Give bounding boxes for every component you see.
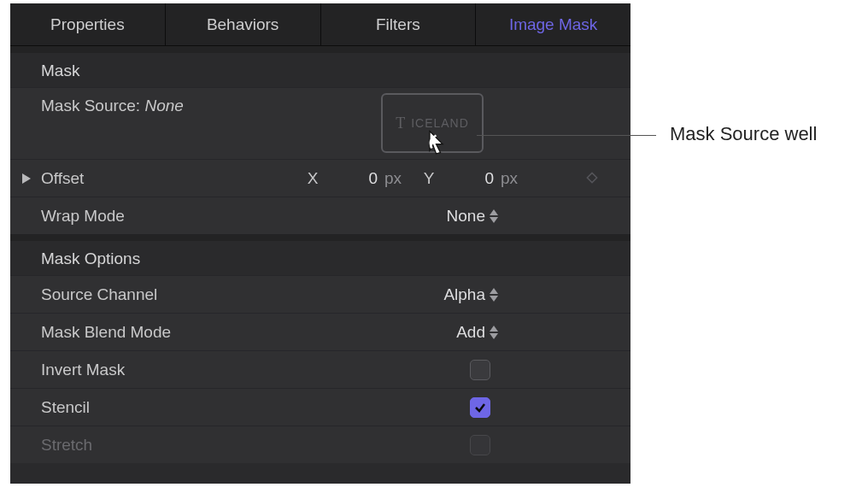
tab-bar: Properties Behaviors Filters Image Mask <box>10 3 630 46</box>
stepper-icon[interactable] <box>489 288 504 302</box>
offset-y-field[interactable]: 0 <box>444 169 497 188</box>
tab-label: Properties <box>50 15 125 34</box>
disclosure-triangle-icon[interactable] <box>22 169 31 188</box>
svg-marker-5 <box>490 296 498 302</box>
stepper-icon[interactable] <box>489 326 504 339</box>
tab-behaviors[interactable]: Behaviors <box>166 3 321 45</box>
inspector-panel: Properties Behaviors Filters Image Mask … <box>10 3 630 484</box>
offset-label: Offset <box>41 169 84 188</box>
stencil-row: Stencil <box>10 388 630 426</box>
tab-filters[interactable]: Filters <box>321 3 477 45</box>
text-icon: T <box>396 114 406 132</box>
stretch-row: Stretch <box>10 426 630 463</box>
mask-blend-mode-label: Mask Blend Mode <box>41 323 171 342</box>
callout-line <box>477 135 656 136</box>
invert-mask-checkbox[interactable] <box>470 360 490 380</box>
tab-label: Behaviors <box>207 15 279 34</box>
wrap-mode-label: Wrap Mode <box>41 207 125 226</box>
stepper-icon[interactable] <box>489 209 504 223</box>
svg-marker-3 <box>490 217 498 223</box>
stencil-label: Stencil <box>41 398 90 417</box>
keyframe-icon[interactable] <box>586 169 598 188</box>
wrap-mode-value[interactable]: None <box>447 207 489 226</box>
mask-blend-mode-value[interactable]: Add <box>456 323 489 342</box>
mask-blend-mode-row: Mask Blend Mode Add <box>10 313 630 350</box>
tab-label: Filters <box>376 15 420 34</box>
source-channel-value[interactable]: Alpha <box>443 285 489 304</box>
stencil-checkbox[interactable] <box>470 397 490 418</box>
section-title: Mask <box>41 62 79 79</box>
offset-row: Offset X 0 px Y 0 px <box>10 159 630 197</box>
mask-section-header: Mask <box>10 53 630 87</box>
invert-mask-row: Invert Mask <box>10 350 630 388</box>
offset-y-axis-label: Y <box>413 169 444 188</box>
mask-source-row: Mask Source: None T ICELAND <box>10 87 630 159</box>
stretch-checkbox <box>470 435 490 455</box>
callout-text: Mask Source well <box>670 123 817 145</box>
mask-options-header: Mask Options <box>10 241 630 275</box>
mask-source-label: Mask Source: <box>41 97 140 114</box>
svg-marker-0 <box>22 173 31 184</box>
svg-marker-6 <box>490 326 498 332</box>
svg-rect-1 <box>587 173 596 182</box>
tab-image-mask[interactable]: Image Mask <box>476 3 630 45</box>
source-channel-label: Source Channel <box>41 285 157 304</box>
tab-properties[interactable]: Properties <box>10 3 166 45</box>
svg-marker-4 <box>490 288 498 294</box>
mask-source-well[interactable]: T ICELAND <box>381 93 484 153</box>
offset-y-unit: px <box>497 169 530 188</box>
section-title: Mask Options <box>41 250 140 267</box>
svg-marker-7 <box>490 333 498 339</box>
well-text: ICELAND <box>411 116 469 130</box>
offset-x-axis-label: X <box>297 169 328 188</box>
wrap-mode-row: Wrap Mode None <box>10 197 630 234</box>
mask-source-value: None <box>144 97 183 114</box>
invert-mask-label: Invert Mask <box>41 361 125 379</box>
offset-x-unit: px <box>381 169 413 188</box>
offset-x-field[interactable]: 0 <box>328 169 381 188</box>
source-channel-row: Source Channel Alpha <box>10 275 630 313</box>
check-icon <box>473 401 487 414</box>
divider <box>10 46 630 53</box>
svg-marker-2 <box>490 209 498 215</box>
tab-label: Image Mask <box>509 15 597 34</box>
divider <box>10 234 630 241</box>
stretch-label: Stretch <box>41 436 92 455</box>
